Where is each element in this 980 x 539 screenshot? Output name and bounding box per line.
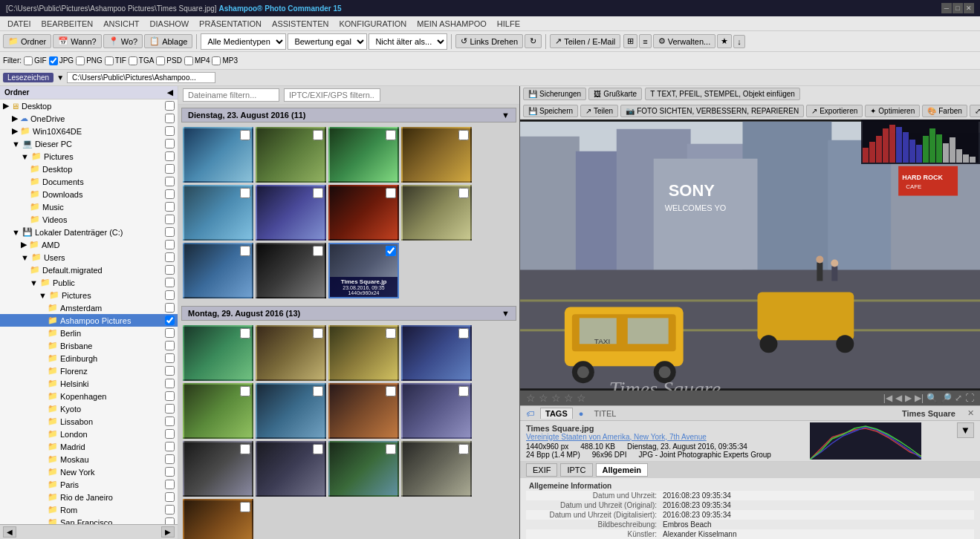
thumb-1-3[interactable] [328,127,399,183]
tree-item-pictures[interactable]: ▼ 📁 Pictures [0,150,178,163]
thumb-check-1-7[interactable] [386,188,396,198]
extra-btn-2[interactable]: ≡ [639,34,651,48]
tree-check-users[interactable] [165,252,175,262]
tree-check-helsinki[interactable] [165,379,175,388]
thumb-check-1-9[interactable] [240,246,250,256]
thumb-2-12[interactable] [401,441,472,497]
nav-prev-icon[interactable]: ◀ [895,393,902,403]
tree-check-downloads-sub[interactable] [165,189,175,199]
thumb-check-2-12[interactable] [458,444,469,454]
tree-check-docs-sub[interactable] [165,177,175,186]
tree-item-paris[interactable]: 📁 Paris [0,478,178,491]
tree-next-button[interactable]: ▶ [161,526,175,538]
tree-check-dieser-pc[interactable] [165,139,175,148]
tree-check-rom[interactable] [165,505,175,514]
maximize-button[interactable]: □ [953,3,963,13]
tree-check-brisbane[interactable] [165,341,175,350]
extra-btn-1[interactable]: ⊞ [623,34,637,48]
tree-item-onedrive[interactable]: ▶ ☁ OneDrive [0,112,178,125]
close-button[interactable]: ✕ [964,3,974,13]
thumb-2-4[interactable] [401,325,472,381]
menu-ansicht[interactable]: ANSICHT [99,18,143,30]
media-type-select[interactable]: Alle Medientypen [201,33,286,50]
thumb-1-4[interactable] [401,127,472,183]
tree-check-amsterdam[interactable] [165,303,175,313]
tree-collapse-icon[interactable]: ◀ [167,88,173,97]
tree-check-edinburgh[interactable] [165,353,175,363]
tree-item-desktop-root[interactable]: ▶ 🖥 Desktop [0,99,178,112]
tree-item-users[interactable]: ▼ 📁 Users [0,251,178,264]
breadcrumb-dropdown[interactable]: ▼ [56,74,64,82]
checkbox-tif[interactable] [105,56,114,65]
menu-assistenten[interactable]: ASSISTENTEN [267,18,333,30]
thumb-check-2-7[interactable] [386,386,396,396]
tree-item-documents-sub[interactable]: 📁 Documents [0,175,178,188]
tree-check-paris[interactable] [165,480,175,489]
text-stempel-button[interactable]: T TEXT, PFEIL, STEMPEL, Objekt einfügen [645,88,800,100]
menu-mein-ashampoo[interactable]: MEIN ASHAMPOO [412,18,491,30]
thumb-check-2-13[interactable] [240,502,250,512]
checkbox-mp3[interactable] [212,56,221,65]
tree-item-videos[interactable]: 📁 Videos [0,213,178,226]
thumb-2-1[interactable] [183,325,253,381]
tree-item-win10[interactable]: ▶ 📁 Win10X64DE [0,125,178,137]
zoom-in-icon[interactable]: 🔍 [927,393,938,403]
thumb-check-2-6[interactable] [313,386,323,396]
tab-tags[interactable]: TAGS [540,408,573,419]
date-header-2[interactable]: Montag, 29. August 2016 (13) ▼ [181,306,516,321]
tree-check-madrid[interactable] [165,442,175,451]
thumb-1-1[interactable] [183,127,253,183]
tree-item-florenz[interactable]: 📁 Florenz [0,365,178,377]
ordner-button[interactable]: 📁 Ordner [3,34,51,48]
star-3[interactable]: ☆ [551,392,561,404]
tree-check-onedrive[interactable] [165,114,175,123]
thumb-2-5[interactable] [183,383,253,439]
tree-check-lokaler[interactable] [165,227,175,237]
thumb-check-1-10[interactable] [313,246,323,256]
rotate-right-button[interactable]: ↻ [525,34,542,48]
thumb-check-2-8[interactable] [458,386,469,396]
menu-datei[interactable]: DATEI [3,18,36,30]
tree-check-lissabon[interactable] [165,416,175,426]
tree-item-dieser-pc[interactable]: ▼ 💻 Dieser PC [0,137,178,150]
grusskarte-button[interactable]: 🖼 Grußkarte [588,88,642,100]
thumb-1-11-times-square[interactable]: Times Square.jp 23.08.2016, 09:35 1440x9… [328,243,399,298]
share-button[interactable]: ↗ Teilen / E-Mail [550,34,620,48]
tree-check-public[interactable] [165,278,175,287]
thumb-1-2[interactable] [256,127,326,183]
tree-item-downloads-sub[interactable]: 📁 Downloads [0,188,178,200]
collapse-icon-2[interactable]: ▼ [502,309,510,318]
thumb-check-1-8[interactable] [458,188,469,198]
wann-button[interactable]: 📅 Wann? [53,34,101,48]
bildgrosse-button[interactable]: ⤢ Bildgröße [970,105,980,117]
tree-prev-button[interactable]: ◀ [3,526,16,538]
sicherungen-button[interactable]: 💾 Sicherungen [523,88,586,100]
tree-item-pictures-public[interactable]: ▼ 📁 Pictures [0,289,178,301]
tab-exif[interactable]: EXIF [526,463,557,477]
thumb-2-3[interactable] [328,325,399,381]
date-header-1[interactable]: Dienstag, 23. August 2016 (11) ▼ [181,108,516,122]
thumb-check-1-4[interactable] [458,130,469,140]
menu-bearbeiten[interactable]: BEARBEITEN [37,18,98,30]
tab-allgemein[interactable]: Allgemein [596,463,649,477]
tree-check-kopenhagen[interactable] [165,391,175,401]
star-1[interactable]: ☆ [526,392,536,404]
tree-item-lissabon[interactable]: 📁 Lissabon [0,415,178,428]
thumb-2-8[interactable] [401,383,472,439]
wo-button[interactable]: 📍 Wo? [103,34,143,48]
checkbox-tga[interactable] [129,56,137,65]
exportieren-button[interactable]: ↗ Exportieren [806,105,863,117]
farben-button[interactable]: 🎨 Farben [922,105,967,117]
menu-praesentation[interactable]: PRÄSENTATION [195,18,266,30]
info-close-icon[interactable]: ✕ [967,408,974,418]
speichern-button[interactable]: 💾 Speichern [523,105,578,117]
tree-item-rio[interactable]: 📁 Rio de Janeiro [0,491,178,503]
tree-check-pictures[interactable] [165,151,175,161]
extra-btn-3[interactable]: ↓ [733,35,745,48]
thumb-check-2-11[interactable] [386,444,396,454]
thumb-check-1-5[interactable] [240,188,250,198]
optimieren-button[interactable]: ✦ Optimieren [865,105,920,117]
thumb-1-7[interactable] [328,185,399,241]
thumb-2-7[interactable] [328,383,399,439]
thumb-2-6[interactable] [256,383,326,439]
